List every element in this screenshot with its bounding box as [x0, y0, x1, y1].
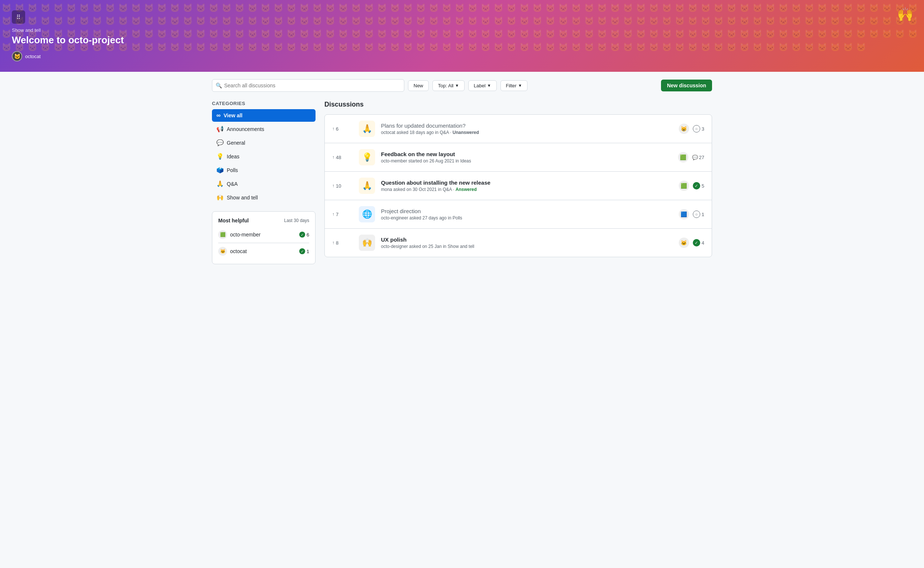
discussion-meta-2: octo-member started on 26 Aug 2021 in Id… — [381, 159, 672, 163]
discussion-icon-2: 💡 — [359, 149, 375, 165]
new-discussion-button[interactable]: New discussion — [661, 80, 712, 91]
filter-label: Filter — [506, 83, 517, 88]
sidebar: Categories ∞ View all 📢 Announcements 💬 … — [212, 101, 315, 264]
count-1: 6 — [307, 232, 309, 237]
sidebar-item-ideas[interactable]: 💡 Ideas — [212, 150, 315, 163]
vote-box-4: ↑ 7 — [332, 211, 353, 217]
discussion-title-4: Project direction — [381, 208, 673, 214]
sidebar-item-show-and-tell[interactable]: 🙌 Show and tell — [212, 191, 315, 204]
upvote-arrow-icon: ↑ — [332, 211, 335, 217]
discussion-title-2: Feedback on the new layout — [381, 151, 672, 157]
avatar: 🐱 — [12, 51, 22, 62]
vote-count-4: 7 — [336, 211, 338, 217]
search-icon: 🔍 — [216, 83, 222, 88]
vote-box-3: ↑ 10 — [332, 183, 353, 189]
discussion-meta-3: mona asked on 30 Oct 2021 in Q&A · Answe… — [381, 187, 673, 192]
sidebar-item-label: Polls — [227, 167, 238, 173]
discussion-comment-count-2: 💬 27 — [692, 155, 704, 160]
new-button[interactable]: New — [408, 80, 429, 91]
banner-user: 🐱 octocat — [12, 51, 912, 62]
sidebar-item-general[interactable]: 💬 General — [212, 136, 315, 149]
discussion-right-4: 🟦 ○ 1 — [679, 209, 704, 219]
helpful-avatar-2: 🐱 — [218, 247, 227, 256]
table-row[interactable]: ↑ 6 🙏 Plans for updated documentation? o… — [325, 115, 712, 143]
label-button[interactable]: Label ▼ — [468, 80, 497, 91]
table-row[interactable]: ↑ 7 🌐 Project direction octo-engineer as… — [325, 200, 712, 229]
vote-box-1: ↑ 6 — [332, 126, 353, 132]
top-all-label: Top: All — [438, 83, 454, 88]
check-icon-1: ✓ — [299, 232, 305, 237]
table-row[interactable]: ↑ 8 🙌 UX polish octo-designer asked on 2… — [325, 229, 712, 257]
ideas-icon: 💡 — [216, 153, 224, 160]
count-2: 1 — [307, 249, 309, 254]
circle-badge-icon: ○ — [693, 210, 700, 218]
sidebar-item-view-all[interactable]: ∞ View all — [212, 109, 315, 122]
sidebar-item-qa[interactable]: 🙏 Q&A — [212, 177, 315, 190]
vote-count-5: 8 — [336, 240, 338, 246]
table-row[interactable]: ↑ 48 💡 Feedback on the new layout octo-m… — [325, 143, 712, 172]
table-row[interactable]: ↑ 10 🙏 Question about installing the new… — [325, 172, 712, 200]
general-icon: 💬 — [216, 139, 224, 146]
content-layout: Categories ∞ View all 📢 Announcements 💬 … — [212, 101, 712, 264]
grid-icon[interactable]: ⠿ — [12, 11, 25, 24]
search-input[interactable] — [212, 79, 404, 92]
discussion-content-5: UX polish octo-designer asked on 25 Jan … — [381, 236, 673, 249]
sidebar-item-label: Ideas — [227, 154, 239, 160]
helpful-user-2: 🐱 octocat ✓ 1 — [218, 245, 309, 258]
vote-box-5: ↑ 8 — [332, 240, 353, 246]
sidebar-item-polls[interactable]: 🗳️ Polls — [212, 163, 315, 177]
qa-icon: 🙏 — [216, 180, 224, 187]
banner-subtitle: Show and tell — [12, 27, 912, 33]
sidebar-item-label: Show and tell — [227, 195, 258, 201]
most-helpful-title: Most helpful — [218, 218, 249, 224]
discussion-title-3: Question about installing the new releas… — [381, 180, 673, 186]
chevron-down-icon: ▼ — [455, 83, 459, 88]
helpful-username-1: octo-member — [230, 232, 261, 237]
discussion-title-1: Plans for updated documentation? — [381, 122, 673, 129]
discussion-user-avatar-5: 🐱 — [679, 237, 689, 248]
discussions-panel: Discussions ↑ 6 🙏 Plans for updated docu… — [324, 101, 712, 257]
search-filter-bar: 🔍 New Top: All ▼ Label ▼ Filter ▼ New di… — [212, 79, 712, 92]
unanswered-badge-icon: ○ — [693, 125, 700, 133]
main-container: 🔍 New Top: All ▼ Label ▼ Filter ▼ New di… — [203, 72, 721, 272]
discussion-comment-count-1: ○ 3 — [693, 125, 704, 133]
vote-count-2: 48 — [336, 155, 341, 160]
discussion-content-4: Project direction octo-engineer asked 27… — [381, 208, 673, 221]
discussion-right-3: 🟩 ✓ 5 — [679, 181, 704, 191]
upvote-arrow-icon: ↑ — [332, 126, 335, 131]
discussion-comment-count-3: ✓ 5 — [693, 182, 704, 189]
discussion-comment-count-5: ✓ 4 — [693, 239, 704, 246]
upvote-arrow-icon: ↑ — [332, 240, 335, 245]
discussion-content-1: Plans for updated documentation? octocat… — [381, 122, 673, 135]
discussion-icon-5: 🙌 — [359, 235, 375, 251]
discussion-list: ↑ 6 🙏 Plans for updated documentation? o… — [324, 114, 712, 257]
banner: 🐱🐱🐱🐱🐱🐱🐱🐱🐱🐱🐱🐱🐱🐱🐱🐱🐱🐱🐱🐱🐱🐱🐱🐱🐱🐱🐱🐱🐱🐱🐱🐱🐱🐱🐱🐱🐱🐱🐱🐱… — [0, 0, 924, 72]
sidebar-item-label: View all — [223, 112, 242, 118]
banner-emoji: 🙌 — [897, 7, 913, 22]
search-wrapper: 🔍 — [212, 79, 404, 92]
check-icon-2: ✓ — [299, 248, 305, 254]
discussion-icon-1: 🙏 — [359, 121, 375, 137]
discussion-title-5: UX polish — [381, 236, 673, 243]
chevron-down-icon: ▼ — [518, 83, 522, 88]
top-all-button[interactable]: Top: All ▼ — [433, 80, 464, 91]
discussion-meta-5: octo-designer asked on 25 Jan in Show an… — [381, 244, 673, 249]
upvote-arrow-icon: ↑ — [332, 155, 335, 160]
sidebar-item-announcements[interactable]: 📢 Announcements — [212, 122, 315, 136]
polls-icon: 🗳️ — [216, 166, 224, 174]
helpful-username-2: octocat — [230, 248, 247, 254]
discussion-icon-4: 🌐 — [359, 206, 375, 222]
helpful-count-2: ✓ 1 — [299, 248, 309, 254]
divider — [218, 243, 309, 243]
filter-button[interactable]: Filter ▼ — [500, 80, 528, 91]
discussion-meta-4: octo-engineer asked 27 days ago in Polls — [381, 215, 673, 221]
vote-box-2: ↑ 48 — [332, 155, 353, 160]
sidebar-item-label: General — [227, 140, 245, 146]
answered-badge-icon-2: ✓ — [693, 239, 700, 246]
categories-title: Categories — [212, 101, 315, 106]
discussion-user-avatar-2: 🟩 — [678, 152, 688, 162]
most-helpful-header: Most helpful Last 30 days — [218, 218, 309, 224]
discussion-meta-1: octocat asked 18 days ago in Q&A · Unans… — [381, 130, 673, 135]
helpful-count-1: ✓ 6 — [299, 232, 309, 237]
vote-count-3: 10 — [336, 183, 341, 189]
